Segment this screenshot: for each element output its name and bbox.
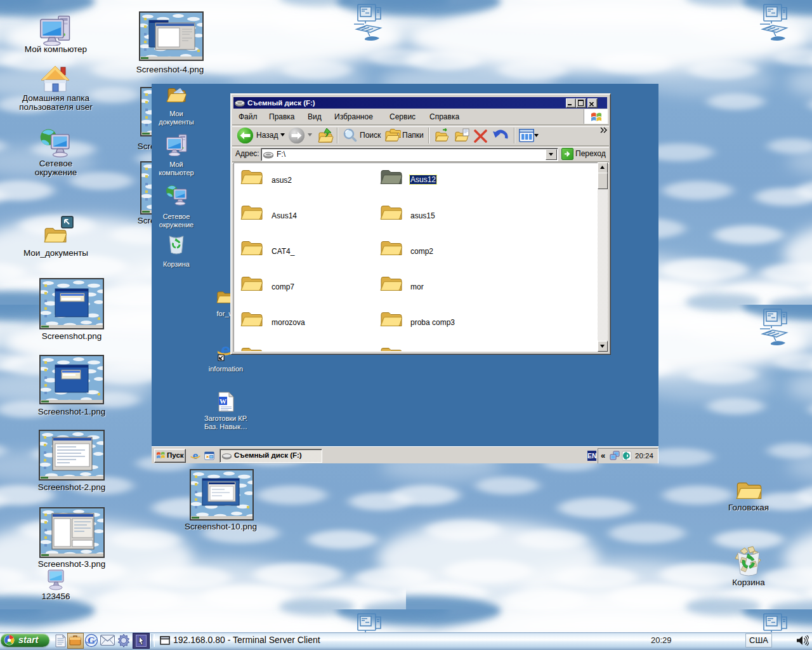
- svg-text:W: W: [219, 397, 226, 405]
- svg-text:G: G: [88, 635, 95, 646]
- svg-text:e: e: [193, 451, 199, 461]
